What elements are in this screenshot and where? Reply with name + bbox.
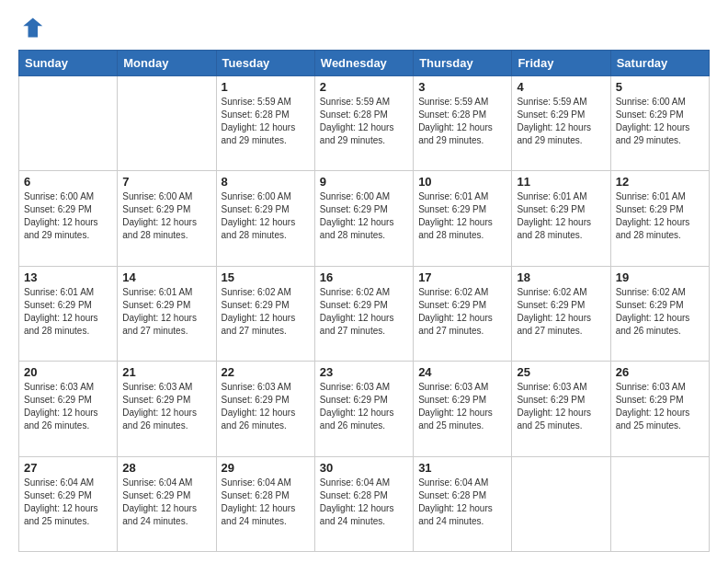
calendar-cell: 8Sunrise: 6:00 AM Sunset: 6:29 PM Daylig…	[216, 171, 314, 266]
day-info: Sunrise: 5:59 AM Sunset: 6:28 PM Dayligh…	[320, 96, 408, 147]
day-number: 10	[418, 175, 506, 189]
day-info: Sunrise: 6:00 AM Sunset: 6:29 PM Dayligh…	[24, 190, 112, 242]
day-info: Sunrise: 6:02 AM Sunset: 6:29 PM Dayligh…	[418, 286, 506, 338]
day-info: Sunrise: 6:04 AM Sunset: 6:29 PM Dayligh…	[122, 477, 210, 528]
calendar-cell: 11Sunrise: 6:01 AM Sunset: 6:29 PM Dayli…	[512, 171, 610, 266]
page: SundayMondayTuesdayWednesdayThursdayFrid…	[0, 0, 728, 563]
calendar-cell	[118, 76, 216, 171]
calendar-cell: 10Sunrise: 6:01 AM Sunset: 6:29 PM Dayli…	[414, 171, 512, 266]
day-number: 9	[320, 175, 408, 189]
day-info: Sunrise: 6:00 AM Sunset: 6:29 PM Dayligh…	[616, 96, 704, 147]
calendar-week-row: 13Sunrise: 6:01 AM Sunset: 6:29 PM Dayli…	[19, 266, 710, 361]
calendar-cell	[512, 456, 610, 551]
day-info: Sunrise: 6:02 AM Sunset: 6:29 PM Dayligh…	[320, 286, 408, 338]
calendar-cell: 30Sunrise: 6:04 AM Sunset: 6:28 PM Dayli…	[314, 456, 413, 551]
day-number: 20	[24, 365, 112, 379]
day-number: 29	[222, 461, 310, 475]
day-number: 24	[418, 365, 506, 379]
day-info: Sunrise: 6:04 AM Sunset: 6:28 PM Dayligh…	[320, 477, 408, 528]
day-number: 3	[418, 80, 506, 94]
calendar-day-header: Thursday	[414, 51, 512, 76]
day-number: 23	[320, 365, 408, 379]
day-info: Sunrise: 6:01 AM Sunset: 6:29 PM Dayligh…	[517, 190, 605, 242]
day-info: Sunrise: 6:04 AM Sunset: 6:28 PM Dayligh…	[222, 477, 310, 528]
calendar-day-header: Monday	[118, 51, 216, 76]
calendar-cell: 19Sunrise: 6:02 AM Sunset: 6:29 PM Dayli…	[610, 266, 709, 361]
day-number: 16	[320, 270, 408, 284]
day-number: 1	[222, 80, 310, 94]
calendar-cell	[610, 456, 709, 551]
calendar: SundayMondayTuesdayWednesdayThursdayFrid…	[18, 50, 710, 552]
calendar-cell: 9Sunrise: 6:00 AM Sunset: 6:29 PM Daylig…	[314, 171, 413, 266]
calendar-cell: 2Sunrise: 5:59 AM Sunset: 6:28 PM Daylig…	[314, 76, 413, 171]
calendar-day-header: Sunday	[19, 51, 118, 76]
calendar-cell: 27Sunrise: 6:04 AM Sunset: 6:29 PM Dayli…	[19, 456, 118, 551]
header	[18, 15, 710, 40]
calendar-day-header: Friday	[512, 51, 610, 76]
day-number: 21	[122, 365, 210, 379]
calendar-week-row: 1Sunrise: 5:59 AM Sunset: 6:28 PM Daylig…	[19, 76, 710, 171]
calendar-week-row: 27Sunrise: 6:04 AM Sunset: 6:29 PM Dayli…	[19, 456, 710, 551]
day-number: 11	[517, 175, 605, 189]
calendar-cell: 4Sunrise: 5:59 AM Sunset: 6:29 PM Daylig…	[512, 76, 610, 171]
day-info: Sunrise: 6:03 AM Sunset: 6:29 PM Dayligh…	[418, 381, 506, 432]
day-number: 14	[122, 270, 210, 284]
day-number: 30	[320, 461, 408, 475]
day-number: 27	[24, 461, 112, 475]
day-info: Sunrise: 5:59 AM Sunset: 6:28 PM Dayligh…	[222, 96, 310, 147]
day-number: 17	[418, 270, 506, 284]
day-number: 15	[222, 270, 310, 284]
day-number: 26	[616, 365, 704, 379]
calendar-cell: 6Sunrise: 6:00 AM Sunset: 6:29 PM Daylig…	[19, 171, 118, 266]
day-info: Sunrise: 6:04 AM Sunset: 6:28 PM Dayligh…	[418, 477, 506, 528]
calendar-cell: 18Sunrise: 6:02 AM Sunset: 6:29 PM Dayli…	[512, 266, 610, 361]
day-number: 28	[122, 461, 210, 475]
calendar-cell: 15Sunrise: 6:02 AM Sunset: 6:29 PM Dayli…	[216, 266, 314, 361]
calendar-cell: 12Sunrise: 6:01 AM Sunset: 6:29 PM Dayli…	[610, 171, 709, 266]
day-info: Sunrise: 5:59 AM Sunset: 6:28 PM Dayligh…	[418, 96, 506, 147]
calendar-cell: 16Sunrise: 6:02 AM Sunset: 6:29 PM Dayli…	[314, 266, 413, 361]
day-number: 19	[616, 270, 704, 284]
calendar-cell: 24Sunrise: 6:03 AM Sunset: 6:29 PM Dayli…	[414, 362, 512, 456]
calendar-cell: 21Sunrise: 6:03 AM Sunset: 6:29 PM Dayli…	[118, 362, 216, 456]
day-info: Sunrise: 6:00 AM Sunset: 6:29 PM Dayligh…	[320, 190, 408, 242]
calendar-cell: 29Sunrise: 6:04 AM Sunset: 6:28 PM Dayli…	[216, 456, 314, 551]
day-number: 31	[418, 461, 506, 475]
day-info: Sunrise: 6:02 AM Sunset: 6:29 PM Dayligh…	[616, 286, 704, 338]
calendar-cell: 25Sunrise: 6:03 AM Sunset: 6:29 PM Dayli…	[512, 362, 610, 456]
calendar-cell: 5Sunrise: 6:00 AM Sunset: 6:29 PM Daylig…	[610, 76, 709, 171]
day-number: 13	[24, 270, 112, 284]
calendar-header-row: SundayMondayTuesdayWednesdayThursdayFrid…	[19, 51, 710, 76]
day-number: 22	[222, 365, 310, 379]
day-info: Sunrise: 6:03 AM Sunset: 6:29 PM Dayligh…	[222, 381, 310, 432]
day-info: Sunrise: 6:01 AM Sunset: 6:29 PM Dayligh…	[418, 190, 506, 242]
day-number: 12	[616, 175, 704, 189]
day-info: Sunrise: 6:01 AM Sunset: 6:29 PM Dayligh…	[122, 286, 210, 338]
calendar-cell: 22Sunrise: 6:03 AM Sunset: 6:29 PM Dayli…	[216, 362, 314, 456]
day-info: Sunrise: 6:03 AM Sunset: 6:29 PM Dayligh…	[24, 381, 112, 432]
svg-marker-0	[23, 18, 42, 38]
day-info: Sunrise: 6:04 AM Sunset: 6:29 PM Dayligh…	[24, 477, 112, 528]
calendar-cell: 14Sunrise: 6:01 AM Sunset: 6:29 PM Dayli…	[118, 266, 216, 361]
day-info: Sunrise: 6:02 AM Sunset: 6:29 PM Dayligh…	[222, 286, 310, 338]
calendar-cell: 26Sunrise: 6:03 AM Sunset: 6:29 PM Dayli…	[610, 362, 709, 456]
day-number: 8	[222, 175, 310, 189]
calendar-cell: 17Sunrise: 6:02 AM Sunset: 6:29 PM Dayli…	[414, 266, 512, 361]
calendar-cell: 23Sunrise: 6:03 AM Sunset: 6:29 PM Dayli…	[314, 362, 413, 456]
day-number: 4	[517, 80, 605, 94]
day-number: 25	[517, 365, 605, 379]
day-number: 18	[517, 270, 605, 284]
day-info: Sunrise: 6:03 AM Sunset: 6:29 PM Dayligh…	[122, 381, 210, 432]
calendar-cell: 13Sunrise: 6:01 AM Sunset: 6:29 PM Dayli…	[19, 266, 118, 361]
calendar-week-row: 20Sunrise: 6:03 AM Sunset: 6:29 PM Dayli…	[19, 362, 710, 456]
logo	[18, 15, 48, 40]
day-info: Sunrise: 5:59 AM Sunset: 6:29 PM Dayligh…	[517, 96, 605, 147]
calendar-cell: 31Sunrise: 6:04 AM Sunset: 6:28 PM Dayli…	[414, 456, 512, 551]
day-number: 7	[122, 175, 210, 189]
calendar-cell	[19, 76, 118, 171]
calendar-cell: 20Sunrise: 6:03 AM Sunset: 6:29 PM Dayli…	[19, 362, 118, 456]
calendar-day-header: Tuesday	[216, 51, 314, 76]
calendar-cell: 3Sunrise: 5:59 AM Sunset: 6:28 PM Daylig…	[414, 76, 512, 171]
calendar-cell: 28Sunrise: 6:04 AM Sunset: 6:29 PM Dayli…	[118, 456, 216, 551]
day-info: Sunrise: 6:03 AM Sunset: 6:29 PM Dayligh…	[517, 381, 605, 432]
